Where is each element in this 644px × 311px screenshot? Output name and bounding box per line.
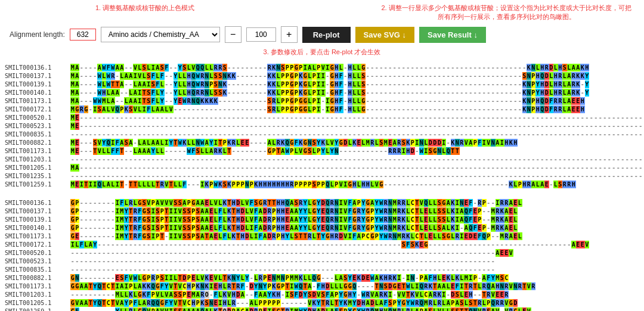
seq-data: GP--------IMYTRFGSISPTIIVSSPSAAELFLKTHDL…	[70, 224, 518, 232]
replot-button[interactable]: Re-plot	[302, 27, 351, 43]
seq-row: SMILT000523.1---------------------------…	[5, 257, 639, 265]
seq-data: ----------------------------------------…	[70, 266, 496, 273]
seq-id: SMILT000172.1	[5, 241, 70, 248]
seq-id: SMILT000136.1	[5, 199, 70, 207]
seq-row: SMILT000882.1GN--------ESFVWLGPRPSIILTDP…	[5, 274, 639, 282]
alignment-area: SMILT000136.1MA----AWFWAA--VLSLIASF--YSL…	[0, 61, 644, 311]
seq-row: SMILT001203.1---------------------------…	[5, 156, 639, 163]
value-input[interactable]	[246, 27, 276, 42]
seq-id: SMILT000520.1	[5, 249, 70, 257]
seq-row: SMILT001173.1MA---WWMLA--LAAITSFLY--YEWR…	[5, 97, 639, 105]
seq-id: SMILT000523.1	[5, 122, 70, 130]
seq-row: SMILT000139.1GP--------IMYTRFGSISPTIIVSS…	[5, 216, 639, 223]
seq-id: SMILT001173.1	[5, 147, 70, 155]
save-svg-button[interactable]: Save SVG ↓	[355, 27, 415, 43]
sequence-block-2: SMILT000136.1GP--------IFLRLGSVPAVVVSSAP…	[5, 199, 639, 311]
seq-data: ----------------------------------------…	[70, 130, 644, 138]
seq-data: GP--------IMYTRFGSISPTIIVSSPSAAELFLKTHDL…	[70, 207, 518, 215]
seq-data: GP--------IFLRLGSVPAVVVSSAPGAAELVLKTHDLV…	[70, 199, 522, 207]
minus-button[interactable]: −	[225, 26, 242, 43]
seq-id: SMILT000172.1	[5, 105, 70, 113]
seq-id: SMILT001173.1	[5, 232, 70, 240]
seq-row: SMILT000137.1GP--------IMYTRFGSISPTIIVSS…	[5, 207, 639, 215]
seq-row: SMILT000835.1---------------------------…	[5, 266, 639, 273]
hint-right: 2. 调整一行显示多少个氨基酸或核苷酸；设置这个指为比对长度或大于比对长度，可把…	[378, 4, 634, 21]
seq-row: SMILT001173.1ME---TVLLFFT--LAAAYLL-----W…	[5, 147, 639, 155]
seq-id: SMILT000137.1	[5, 207, 70, 215]
colorscheme-dropdown[interactable]: Amino acids / Chemistry_AA	[101, 27, 220, 42]
seq-row: SMILT001173.1GE--------IMYTRFGSIPT-IIVSS…	[5, 232, 639, 240]
save-result-button[interactable]: Save Result ↓	[419, 27, 486, 43]
seq-id: SMILT000139.1	[5, 80, 70, 88]
seq-id: SMILT001205.1	[5, 164, 70, 172]
alignment-label: Alignment length:	[10, 30, 65, 39]
seq-id: SMILT000137.1	[5, 72, 70, 80]
seq-id: SMILT000140.1	[5, 89, 70, 97]
alignment-value: 632	[70, 29, 96, 41]
seq-id: SMILT000136.1	[5, 64, 70, 71]
plus-button[interactable]: +	[281, 26, 298, 43]
seq-id: SMILT000139.1	[5, 216, 70, 223]
seq-data: GN--------ESFVWLGPRPSIILTDPELVKEVLTKNYLY…	[70, 274, 509, 282]
seq-row: SMILT001203.1----------MLLKLGKFPVLVASSPE…	[5, 291, 639, 298]
seq-data: MEITIIQLALIT-TTLLLLTRVTLLF---IKPWKSKPPPN…	[70, 181, 576, 188]
seq-row: SMILT001205.1GVAATYQTCTVAYPFLARQQGFYVTVC…	[5, 299, 639, 307]
seq-data: GP--------IMYTRFGSISPTIIVSSPSAAELFLKTHDL…	[70, 216, 518, 223]
seq-data: MA----WLWTTA--LAAISFL--YLLHQWRNPSNK-----…	[70, 80, 589, 88]
sequence-block-1: SMILT000136.1MA----AWFWAA--VLSLIASF--YSL…	[5, 64, 639, 188]
hint-left: 1. 调整氨基酸或核苷酸的上色模式	[95, 4, 194, 21]
seq-data: GGAATYQTCTIAIPLAKKQGFYVTVCHPKNKIEHLRTRF-…	[70, 282, 535, 290]
seq-row: SMILT000140.1GP--------IMYTRFGSISPTIIVSS…	[5, 224, 639, 232]
hint-bottom: 3. 参数修改后，要点击 Re-plot 才会生效	[0, 46, 644, 61]
seq-id: SMILT001203.1	[5, 156, 70, 163]
seq-data: GVAATYQTCTVAYPFLARQQGFYVTVCHPKSNEIHLR---…	[70, 299, 518, 307]
seq-row: SMILT000520.1---------------------------…	[5, 249, 639, 257]
seq-id: SMILT001205.1	[5, 299, 70, 307]
seq-data: MA----WHLAA--LAITSFLY--YLLHQRRNLSSK-----…	[70, 89, 589, 97]
seq-row: SMILT000882.1ME---SVYQIFASA-LALAALIYTWKL…	[5, 139, 639, 147]
seq-data: ME---TVLLFFT--LAAAYLL-----WFSLLARKLT----…	[70, 147, 460, 155]
seq-data: ILFLAY----------------------------------…	[70, 241, 589, 248]
seq-id: SMILT000882.1	[5, 274, 70, 282]
seq-data: ME--------------------------------------…	[70, 122, 644, 130]
seq-row: SMILT001235.1---------------------------…	[5, 172, 639, 180]
seq-id: SMILT000835.1	[5, 266, 70, 273]
seq-data: GF--------YLLRLGQVPAVVISSAAAAQALKTODPACA…	[70, 307, 531, 311]
seq-id: SMILT001259.1	[5, 307, 70, 311]
seq-data: GE--------IMYTRFGSIPT-IIVSSPSATAELFLKTHD…	[70, 232, 522, 240]
seq-id: SMILT000140.1	[5, 224, 70, 232]
seq-row: SMILT000172.1MGRG-ISALVQPKSVLIFLAALV----…	[5, 105, 639, 113]
seq-id: SMILT001173.1	[5, 282, 70, 290]
seq-row: SMILT001173.1GGAATYQTCTIAIPLAKKQGFYVTVCH…	[5, 282, 639, 290]
seq-data: MA---WWMLA--LAAITSFLY--YEWRNQKKKK-------…	[70, 97, 585, 105]
seq-data: MA----AWFWAA--VLSLIASF--YSLVQQLLRRS-----…	[70, 64, 589, 71]
top-hints-area: 1. 调整氨基酸或核苷酸的上色模式 2. 调整一行显示多少个氨基酸或核苷酸；设置…	[0, 0, 644, 23]
seq-row: SMILT001205.1MA-------------------------…	[5, 164, 639, 172]
seq-data: ME---SVYQIFASA-LALAALIYTWKLLNWAYITPKRLEE…	[70, 139, 518, 147]
seq-row: SMILT000523.1ME-------------------------…	[5, 122, 639, 130]
seq-data: ----------------------------------------…	[70, 156, 644, 163]
seq-row: SMILT000136.1MA----AWFWAA--VLSLIASF--YSL…	[5, 64, 639, 71]
seq-id: SMILT000882.1	[5, 139, 70, 147]
seq-id: SMILT001259.1	[5, 181, 70, 188]
seq-id: SMILT001203.1	[5, 291, 70, 298]
seq-id: SMILT000835.1	[5, 130, 70, 138]
seq-data: MA----WLWR-LAAIVLSFLF--YLLHQWRNLSSNKK---…	[70, 72, 589, 80]
seq-row: SMILT000520.1ME-------------------------…	[5, 114, 639, 122]
seq-row: SMILT000136.1GP--------IFLRLGSVPAVVVSSAP…	[5, 199, 639, 207]
seq-id: SMILT000523.1	[5, 257, 70, 265]
seq-data: ----------------------------------------…	[70, 249, 513, 257]
seq-id: SMILT000520.1	[5, 114, 70, 122]
seq-row: SMILT000139.1MA----WLWTTA--LAAISFL--YLLH…	[5, 80, 639, 88]
seq-row: SMILT000140.1MA----WHLAA--LAITSFLY--YLLH…	[5, 89, 639, 97]
seq-data: ----------------------------------------…	[70, 172, 644, 180]
seq-row: SMILT000172.1ILFLAY---------------------…	[5, 241, 639, 248]
seq-id: SMILT001235.1	[5, 172, 70, 180]
seq-data: ME--------------------------------------…	[70, 114, 644, 122]
seq-data: ----------------------------------------…	[70, 257, 496, 265]
seq-row: SMILT001259.1GF--------YLLRLGQVPAVVISSAA…	[5, 307, 639, 311]
seq-row: SMILT001259.1MEITIIQLALIT-TTLLLLTRVTLLF-…	[5, 181, 639, 188]
toolbar: Alignment length: 632 Amino acids / Chem…	[0, 23, 644, 46]
seq-id: SMILT001173.1	[5, 97, 70, 105]
seq-row: SMILT000835.1---------------------------…	[5, 130, 639, 138]
